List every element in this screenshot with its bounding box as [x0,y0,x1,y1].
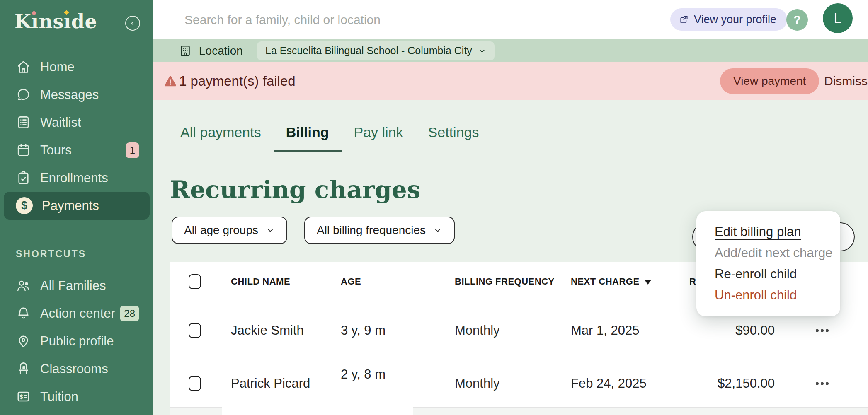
topbar: View your profile ? L [153,0,868,39]
sidebar-collapse-button[interactable] [125,16,140,31]
sticky-column-band [222,408,413,415]
dismiss-button[interactable]: Dismiss [822,74,868,89]
row-actions-kebab-icon[interactable] [816,329,829,332]
sidebar-item-label: Tours [40,143,72,158]
sidebar: Kınsıde Home Messages Waitlist Tours 1 [0,0,153,415]
table-row: Patrick Picard 2 y, 8 m Monthly Feb 24, … [170,360,868,407]
row-checkbox[interactable] [189,376,201,391]
sidebar-item-all-families[interactable]: All Families [0,272,153,299]
sidebar-item-messages[interactable]: Messages [0,81,153,109]
chevron-left-icon [129,19,137,27]
alert-message: 1 payment(s) failed [179,73,296,89]
sidebar-item-label: Classrooms [40,362,108,376]
sidebar-item-tours[interactable]: Tours 1 [0,136,153,164]
sidebar-item-enrollments[interactable]: Enrollments [0,164,153,192]
cell-age: 3 y, 9 m [341,323,386,338]
cell-recurring-amount: $90.00 [735,323,775,338]
page-title: Recurring charges [170,176,420,204]
row-actions-kebab-icon[interactable] [816,382,829,385]
location-bar: Location La Escuelita Bilingual School -… [153,39,868,62]
payments-tabs: All payments Billing Pay link Settings [168,124,491,152]
sidebar-item-waitlist[interactable]: Waitlist [0,109,153,136]
tab-billing[interactable]: Billing [274,124,342,152]
column-header-billing-frequency[interactable]: BILLING FREQUENCY [455,276,555,287]
row-divider [170,407,222,408]
sidebar-item-public-profile[interactable]: Public profile [0,327,153,355]
sidebar-item-tuition[interactable]: $ Tuition [0,383,153,410]
column-header-child-name[interactable]: CHILD NAME [231,276,290,287]
sidebar-item-label: Tuition [40,389,78,404]
menu-item-edit-billing-plan[interactable]: Edit billing plan [715,221,833,242]
row-checkbox[interactable] [189,323,201,338]
sidebar-item-label: Home [40,60,75,75]
select-all-checkbox[interactable] [189,274,201,289]
action-center-count-badge: 28 [120,306,139,321]
main-area: View your profile ? L Location La Escuel… [153,0,868,415]
tours-count-badge: 1 [126,142,139,158]
chat-bubble-icon [16,87,31,102]
cell-next-charge: Mar 1, 2025 [571,323,639,338]
menu-item-add-edit-next-charge[interactable]: Add/edit next charge [715,242,833,263]
search-input[interactable] [184,0,524,39]
row-actions-context-menu: Edit billing plan Add/edit next charge R… [696,211,840,316]
warning-triangle-icon [163,74,177,88]
view-profile-label: View your profile [694,13,776,26]
sidebar-item-action-center[interactable]: Action center 28 [0,299,153,327]
people-icon [16,278,31,293]
sidebar-item-classrooms[interactable]: Classrooms [0,355,153,383]
avatar[interactable]: L [823,3,853,33]
billing-frequencies-filter-label: All billing frequencies [317,224,426,237]
chevron-down-icon [478,47,486,55]
menu-item-re-enroll-child[interactable]: Re-enroll child [715,263,833,285]
cell-next-charge: Feb 24, 2025 [571,376,647,391]
logo-row: Kınsıde [15,9,146,34]
column-header-next-charge-label: NEXT CHARGE [571,276,640,287]
calendar-icon [16,142,31,158]
billing-card-icon: $ [16,389,31,404]
column-header-next-charge[interactable]: NEXT CHARGE [571,276,651,287]
tab-all-payments[interactable]: All payments [168,124,274,152]
age-groups-filter-label: All age groups [184,224,258,237]
cell-billing-frequency: Monthly [455,323,500,338]
building-icon [178,44,192,58]
sidebar-item-label: Public profile [40,334,114,349]
location-label: Location [199,44,243,58]
sidebar-item-label: Enrollments [40,171,108,186]
sidebar-divider [0,236,153,236]
tab-pay-link[interactable]: Pay link [342,124,416,152]
sidebar-item-payments[interactable]: $ Payments [4,192,150,220]
logo-yellow-diamond-icon [64,10,69,15]
sort-desc-icon[interactable] [645,280,651,285]
logo-pink-dot-icon [32,11,36,15]
payment-failed-alert: 1 payment(s) failed View payment Dismiss [153,62,868,100]
sidebar-item-label: All Families [40,278,106,293]
cell-age: 2 y, 8 m [341,367,386,382]
help-button[interactable]: ? [786,9,808,31]
sidebar-item-label: Payments [42,198,99,213]
cell-billing-frequency: Monthly [455,376,500,391]
bell-icon [16,306,31,321]
location-selector[interactable]: La Escuelita Bilingual School - Columbia… [257,41,495,60]
view-profile-button[interactable]: View your profile [670,8,787,31]
external-link-icon [679,14,689,25]
row-divider [413,407,868,408]
view-payment-button[interactable]: View payment [720,68,819,94]
billing-frequencies-filter[interactable]: All billing frequencies [304,217,455,244]
home-icon [16,59,31,75]
cell-recurring-amount: $2,150.00 [718,376,775,391]
dollar-circle-icon: $ [16,197,33,214]
age-groups-filter[interactable]: All age groups [172,217,287,244]
sidebar-item-label: Waitlist [40,115,81,130]
sidebar-nav: Home Messages Waitlist Tours 1 Enrollmen… [0,53,153,220]
sidebar-shortcuts: All Families Action center 28 Public pro… [0,272,153,410]
cell-child-name: Patrick Picard [231,376,310,391]
tab-settings[interactable]: Settings [416,124,492,152]
sidebar-item-home[interactable]: Home [0,53,153,81]
sidebar-item-label: Action center [40,306,115,321]
map-pin-icon [16,333,31,349]
list-icon [16,115,31,130]
column-header-age[interactable]: AGE [341,276,361,287]
chair-icon [16,361,31,376]
chevron-down-icon [266,226,275,235]
menu-item-un-enroll-child[interactable]: Un-enroll child [715,285,833,306]
